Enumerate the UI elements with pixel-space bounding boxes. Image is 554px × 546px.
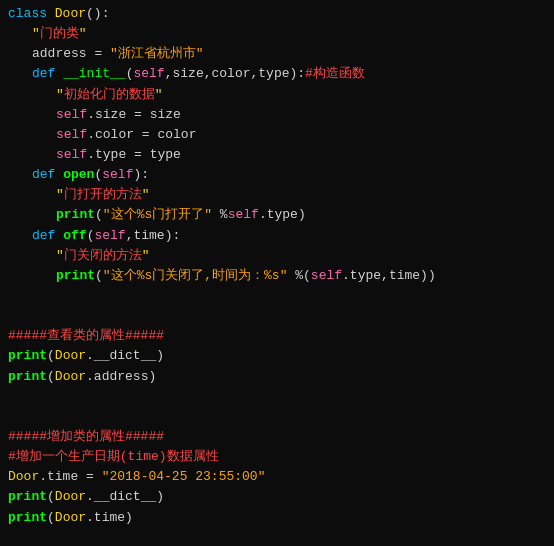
code-line-21 (8, 407, 546, 427)
func-name: __init__ (63, 64, 125, 84)
docstring: " (56, 246, 64, 266)
code-line-23: #增加一个生产日期(time)数据属性 (8, 447, 546, 467)
string-val: "这个%s门打开了" (103, 205, 212, 225)
self-kw: self (94, 226, 125, 246)
code-line-17: #####查看类的属性##### (8, 326, 546, 346)
attr: .size = size (87, 105, 181, 125)
comment-inline: #增加一个生产日期(time)数据属性 (8, 447, 219, 467)
code-line-14: print("这个%s门关闭了,时间为：%s" %(self.type,time… (8, 266, 546, 286)
comment-section: #####查看类的属性##### (8, 326, 164, 346)
docstring-close: " (142, 185, 150, 205)
code-line-22: #####增加类的属性##### (8, 427, 546, 447)
attr: %( (287, 266, 310, 286)
attr: .color = color (87, 125, 196, 145)
punc: (): (86, 4, 109, 24)
class-ref: Door (55, 487, 86, 507)
class-ref: Door (55, 346, 86, 366)
attr: % (212, 205, 228, 225)
docstring-content: 门关闭的方法 (64, 246, 142, 266)
code-line-27 (8, 528, 546, 546)
docstring-close: " (155, 85, 163, 105)
keyword-def: def (32, 165, 63, 185)
code-line-19: print(Door.address) (8, 367, 546, 387)
self-kw: self (311, 266, 342, 286)
code-line-16 (8, 306, 546, 326)
docstring-close: " (79, 24, 87, 44)
attr: .type) (259, 205, 306, 225)
print-kw: print (8, 367, 47, 387)
string-val: "2018-04-25 23:55:00" (102, 467, 266, 487)
attr: .time = (39, 467, 101, 487)
docstring: " (56, 85, 64, 105)
code-line-3: address = "浙江省杭州市" (8, 44, 546, 64)
print-kw: print (56, 205, 95, 225)
class-ref: Door (8, 467, 39, 487)
string-val: "浙江省杭州市" (110, 44, 204, 64)
print-kw: print (56, 266, 95, 286)
class-ref: Door (55, 508, 86, 528)
code-line-24: Door.time = "2018-04-25 23:55:00" (8, 467, 546, 487)
code-line-10: "门打开的方法" (8, 185, 546, 205)
self-kw: self (56, 105, 87, 125)
code-line-12: def off(self,time): (8, 226, 546, 246)
func-open: open (63, 165, 94, 185)
code-line-11: print("这个%s门打开了" %self.type) (8, 205, 546, 225)
keyword-class: class (8, 4, 55, 24)
attr: .type (342, 266, 381, 286)
docstring-content: 初始化门的数据 (64, 85, 155, 105)
attr: .time) (86, 508, 133, 528)
code-line-13: "门关闭的方法" (8, 246, 546, 266)
code-line-26: print(Door.time) (8, 508, 546, 528)
class-name: Door (55, 4, 86, 24)
code-line-18: print(Door.__dict__) (8, 346, 546, 366)
code-line-6: self.size = size (8, 105, 546, 125)
keyword-def: def (32, 226, 63, 246)
string-val: "这个%s门关闭了,时间为：%s" (103, 266, 288, 286)
attr: .type = type (87, 145, 181, 165)
code-line-9: def open(self): (8, 165, 546, 185)
print-kw: print (8, 487, 47, 507)
print-kw: print (8, 508, 47, 528)
code-line-8: self.type = type (8, 145, 546, 165)
code-line-7: self.color = color (8, 125, 546, 145)
code-line-15 (8, 286, 546, 306)
attr: .__dict__) (86, 346, 164, 366)
attr: .address) (86, 367, 156, 387)
code-line-4: def __init__(self,size,color,type):#构造函数 (8, 64, 546, 84)
docstring-close: " (142, 246, 150, 266)
code-line-1: class Door(): (8, 4, 546, 24)
func-off: off (63, 226, 86, 246)
class-ref: Door (55, 367, 86, 387)
docstring: " (56, 185, 64, 205)
self-kw: self (228, 205, 259, 225)
keyword-def: def (32, 64, 63, 84)
comment: #构造函数 (305, 64, 365, 84)
self-kw: self (56, 125, 87, 145)
code-line-5: "初始化门的数据" (8, 85, 546, 105)
self-kw: self (133, 64, 164, 84)
code-editor: class Door(): "门的类" address = "浙江省杭州市" d… (0, 0, 554, 546)
docstring: " (32, 24, 40, 44)
code-line-2: "门的类" (8, 24, 546, 44)
docstring-content: 门打开的方法 (64, 185, 142, 205)
code-line-20 (8, 387, 546, 407)
self-kw: self (56, 145, 87, 165)
attr-name: address = (32, 44, 110, 64)
attr: .__dict__) (86, 487, 164, 507)
code-line-25: print(Door.__dict__) (8, 487, 546, 507)
comment-section2: #####增加类的属性##### (8, 427, 164, 447)
attr: time)) (389, 266, 436, 286)
print-kw: print (8, 346, 47, 366)
self-kw: self (102, 165, 133, 185)
docstring-content: 门的类 (40, 24, 79, 44)
